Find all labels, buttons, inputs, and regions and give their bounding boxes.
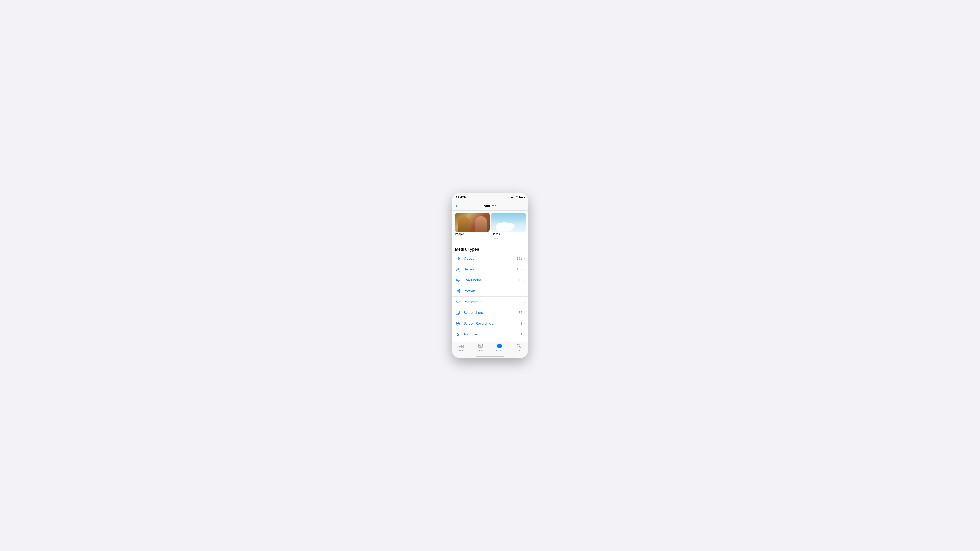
media-types-header: Media Types	[452, 243, 528, 253]
videos-count: 112	[517, 257, 522, 261]
library-tab-icon	[459, 343, 464, 349]
screenrecordings-chevron: ›	[524, 322, 525, 325]
people-thumb	[455, 213, 490, 232]
svg-rect-21	[459, 345, 461, 347]
scroll-content[interactable]: People 8 Places 1,076 Media Types	[452, 211, 528, 341]
foryou-tab-label: For You	[477, 349, 484, 352]
person-photo-2	[473, 213, 490, 232]
animated-count: 1	[520, 332, 522, 337]
places-album[interactable]: Places 1,076	[491, 213, 526, 240]
portrait-chevron: ›	[524, 289, 525, 293]
selfies-count: 165	[517, 267, 522, 272]
status-icons	[510, 195, 524, 198]
portrait-icon	[455, 288, 461, 294]
svg-point-13	[457, 323, 459, 324]
selfies-label: Selfies	[463, 267, 517, 272]
battery-fill	[520, 197, 523, 198]
panoramas-label: Panoramas	[463, 300, 520, 304]
portrait-count: 60	[519, 289, 522, 293]
signal-bars	[510, 196, 513, 198]
foryou-tab-icon	[478, 343, 483, 349]
screenshots-label: Screenshots	[463, 311, 519, 315]
albums-tab-label: Albums	[496, 349, 503, 352]
livephotos-label: Live Photos	[463, 278, 519, 282]
phone-frame: 11:47 ▷ + Albums	[452, 193, 528, 359]
panoramas-chevron: ›	[524, 300, 525, 303]
portrait-label: Portrait	[463, 289, 519, 293]
screenshots-chevron: ›	[524, 311, 525, 314]
svg-rect-10	[456, 301, 460, 303]
tab-search[interactable]: Search	[509, 343, 528, 352]
list-item-videos[interactable]: Videos 112 ›	[452, 253, 528, 264]
panorama-icon	[455, 299, 461, 305]
svg-rect-0	[456, 257, 459, 260]
people-album[interactable]: People 8	[455, 213, 490, 240]
videos-label: Videos	[463, 257, 517, 261]
nav-bar: + Albums	[452, 202, 528, 211]
svg-marker-15	[456, 333, 460, 336]
tab-albums[interactable]: Albums	[490, 343, 509, 352]
list-item-animated[interactable]: Animated 1 ›	[452, 329, 528, 340]
signal-bar-4	[513, 196, 513, 198]
svg-rect-23	[459, 347, 461, 348]
svg-line-31	[520, 347, 521, 348]
divider-2	[455, 341, 525, 341]
svg-rect-8	[456, 289, 460, 293]
nav-title: Albums	[484, 204, 496, 208]
places-map-shape	[495, 221, 516, 232]
library-tab-label: Library	[458, 349, 465, 352]
places-count: 1,076	[491, 237, 526, 240]
status-bar: 11:47 ▷	[452, 193, 528, 202]
livephotos-chevron: ›	[524, 279, 525, 282]
screenrecording-icon	[455, 321, 461, 326]
livephotos-count: 13	[519, 278, 522, 282]
signal-bar-2	[511, 197, 512, 198]
svg-rect-22	[461, 345, 463, 347]
albums-tab-icon	[497, 343, 502, 349]
selfie-icon	[455, 267, 461, 272]
animated-chevron: ›	[524, 333, 525, 336]
screenshots-count: 57	[519, 311, 522, 315]
tab-foryou[interactable]: For You	[471, 343, 490, 352]
svg-point-9	[457, 291, 458, 292]
wifi-icon	[515, 195, 518, 198]
livephoto-icon	[455, 278, 461, 283]
svg-rect-29	[498, 345, 501, 347]
video-icon	[455, 256, 461, 262]
person-silhouette-2	[475, 216, 487, 232]
add-album-button[interactable]: +	[455, 203, 458, 208]
list-item-portrait[interactable]: Portrait 60 ›	[452, 286, 528, 297]
svg-rect-24	[461, 347, 463, 348]
time-display: 11:47	[456, 195, 463, 199]
screenshot-icon	[455, 310, 461, 316]
location-icon: ▷	[465, 196, 466, 198]
list-item-screenrecordings[interactable]: Screen Recordings 1 ›	[452, 318, 528, 329]
screenrecordings-count: 1	[520, 322, 522, 326]
svg-point-2	[457, 279, 459, 281]
list-item-screenshots[interactable]: Screenshots 57 ›	[452, 308, 528, 318]
person-silhouette-1	[458, 216, 470, 232]
signal-bar-3	[512, 197, 512, 198]
signal-bar-1	[510, 198, 511, 198]
people-label: People	[455, 232, 490, 236]
list-item-livephotos[interactable]: Live Photos 13 ›	[452, 275, 528, 286]
status-time: 11:47 ▷	[456, 195, 466, 199]
selfies-chevron: ›	[524, 268, 525, 271]
screenrecordings-label: Screen Recordings	[463, 322, 520, 326]
list-item-panoramas[interactable]: Panoramas 3 ›	[452, 297, 528, 308]
albums-preview: People 8 Places 1,076	[452, 211, 528, 241]
tab-library[interactable]: Library	[452, 343, 471, 352]
videos-chevron: ›	[524, 257, 525, 260]
search-tab-icon	[516, 343, 521, 349]
people-count: 8	[455, 237, 490, 240]
places-label: Places	[491, 232, 526, 236]
animated-label: Animated	[463, 332, 520, 337]
home-indicator	[476, 356, 504, 357]
list-item-selfies[interactable]: Selfies 165 ›	[452, 264, 528, 275]
search-tab-label: Search	[515, 349, 522, 352]
person-photo-1	[455, 213, 473, 232]
places-thumb	[491, 213, 526, 232]
animated-icon	[455, 332, 461, 337]
divider-1	[455, 242, 525, 242]
svg-point-26	[479, 345, 480, 346]
